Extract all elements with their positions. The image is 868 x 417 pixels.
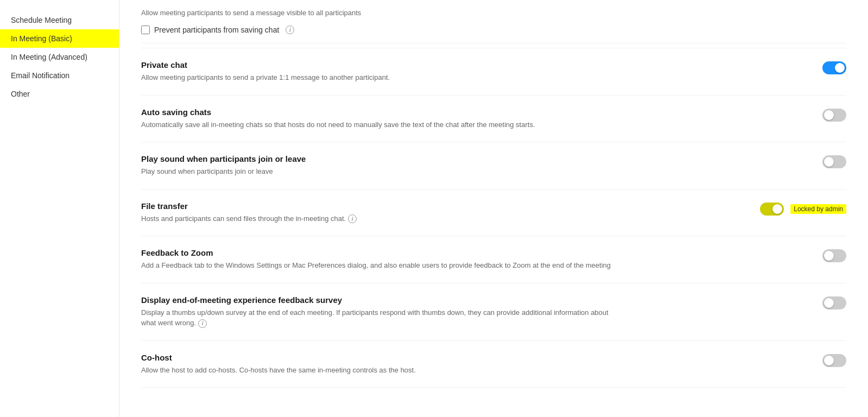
setting-row-private-chat: Private chatAllow meeting participants t… bbox=[141, 48, 846, 96]
prevent-saving-checkbox[interactable] bbox=[141, 26, 150, 34]
setting-info-file-transfer: File transferHosts and participants can … bbox=[141, 201, 630, 224]
sidebar-item-in-meeting-basic[interactable]: In Meeting (Basic) bbox=[0, 29, 119, 48]
sidebar-item-in-meeting-advanced[interactable]: In Meeting (Advanced) bbox=[0, 48, 119, 66]
display-feedback-survey-info-icon[interactable]: i bbox=[198, 319, 207, 328]
setting-controls-play-sound bbox=[781, 154, 846, 168]
toggle-file-transfer[interactable] bbox=[760, 203, 784, 216]
top-description: Allow meeting participants to send a mes… bbox=[141, 9, 846, 17]
toggle-slider-auto-saving-chats bbox=[822, 109, 846, 122]
setting-title-file-transfer: File transfer bbox=[141, 201, 613, 211]
sidebar-item-schedule-meeting[interactable]: Schedule Meeting bbox=[0, 11, 119, 29]
setting-desc-display-feedback-survey: Display a thumbs up/down survey at the e… bbox=[141, 307, 613, 328]
setting-row-display-feedback-survey: Display end-of-meeting experience feedba… bbox=[141, 283, 846, 341]
setting-controls-auto-saving-chats bbox=[781, 108, 846, 122]
setting-row-feedback-to-zoom: Feedback to ZoomAdd a Feedback tab to th… bbox=[141, 236, 846, 283]
setting-controls-feedback-to-zoom bbox=[781, 248, 846, 262]
toggle-slider-file-transfer bbox=[760, 203, 784, 216]
setting-desc-play-sound: Play sound when participants join or lea… bbox=[141, 166, 613, 177]
setting-desc-co-host: Allow the host to add co-hosts. Co-hosts… bbox=[141, 365, 613, 376]
setting-row-file-transfer: File transferHosts and participants can … bbox=[141, 189, 846, 237]
sidebar: Schedule MeetingIn Meeting (Basic)In Mee… bbox=[0, 0, 119, 417]
setting-desc-file-transfer: Hosts and participants can send files th… bbox=[141, 213, 613, 224]
setting-title-display-feedback-survey: Display end-of-meeting experience feedba… bbox=[141, 295, 613, 305]
setting-title-play-sound: Play sound when participants join or lea… bbox=[141, 154, 613, 163]
setting-row-co-host: Co-hostAllow the host to add co-hosts. C… bbox=[141, 341, 846, 388]
setting-info-auto-saving-chats: Auto saving chatsAutomatically save all … bbox=[141, 108, 630, 130]
main-content: Allow meeting participants to send a mes… bbox=[119, 0, 868, 417]
setting-controls-co-host bbox=[781, 353, 846, 367]
setting-info-display-feedback-survey: Display end-of-meeting experience feedba… bbox=[141, 295, 630, 328]
top-area: Allow meeting participants to send a mes… bbox=[141, 0, 846, 48]
toggle-auto-saving-chats[interactable] bbox=[822, 109, 846, 122]
setting-controls-display-feedback-survey bbox=[781, 295, 846, 309]
file-transfer-info-icon[interactable]: i bbox=[348, 214, 357, 223]
setting-desc-private-chat: Allow meeting participants to send a pri… bbox=[141, 72, 613, 83]
setting-controls-private-chat bbox=[781, 60, 846, 74]
setting-desc-feedback-to-zoom: Add a Feedback tab to the Windows Settin… bbox=[141, 260, 613, 271]
sidebar-item-email-notification[interactable]: Email Notification bbox=[0, 66, 119, 85]
toggle-slider-display-feedback-survey bbox=[822, 296, 846, 309]
toggle-slider-co-host bbox=[822, 354, 846, 367]
toggle-display-feedback-survey[interactable] bbox=[822, 296, 846, 309]
toggle-feedback-to-zoom[interactable] bbox=[822, 249, 846, 262]
setting-title-auto-saving-chats: Auto saving chats bbox=[141, 108, 613, 117]
toggle-co-host[interactable] bbox=[822, 354, 846, 367]
sidebar-item-other[interactable]: Other bbox=[0, 85, 119, 103]
prevent-saving-row: Prevent participants from saving chat i bbox=[141, 21, 846, 43]
setting-desc-auto-saving-chats: Automatically save all in-meeting chats … bbox=[141, 119, 613, 130]
toggle-slider-private-chat bbox=[822, 61, 846, 74]
setting-info-private-chat: Private chatAllow meeting participants t… bbox=[141, 60, 630, 83]
setting-title-private-chat: Private chat bbox=[141, 60, 613, 70]
toggle-slider-feedback-to-zoom bbox=[822, 249, 846, 262]
setting-controls-file-transfer: Locked by admin bbox=[760, 201, 846, 216]
setting-info-play-sound: Play sound when participants join or lea… bbox=[141, 154, 630, 177]
setting-info-co-host: Co-hostAllow the host to add co-hosts. C… bbox=[141, 353, 630, 376]
prevent-saving-info-icon[interactable]: i bbox=[286, 26, 294, 34]
prevent-saving-label: Prevent participants from saving chat bbox=[154, 26, 279, 34]
setting-title-feedback-to-zoom: Feedback to Zoom bbox=[141, 248, 613, 257]
setting-info-feedback-to-zoom: Feedback to ZoomAdd a Feedback tab to th… bbox=[141, 248, 630, 271]
toggle-play-sound[interactable] bbox=[822, 155, 846, 168]
toggle-slider-play-sound bbox=[822, 155, 846, 168]
locked-badge-file-transfer: Locked by admin bbox=[790, 204, 846, 214]
setting-row-play-sound: Play sound when participants join or lea… bbox=[141, 142, 846, 189]
setting-title-co-host: Co-host bbox=[141, 353, 613, 362]
toggle-private-chat[interactable] bbox=[822, 61, 846, 74]
setting-row-auto-saving-chats: Auto saving chatsAutomatically save all … bbox=[141, 96, 846, 143]
